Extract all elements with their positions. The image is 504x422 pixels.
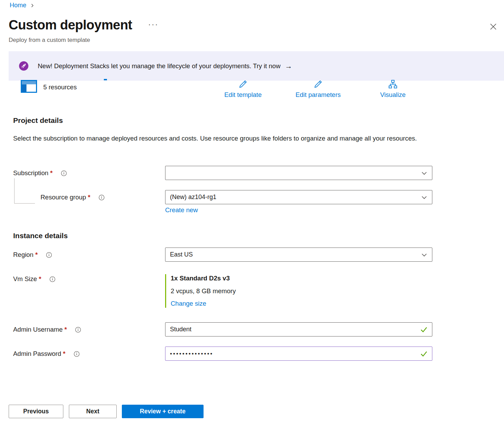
required-marker: *: [39, 275, 41, 283]
visualize-label: Visualize: [380, 91, 406, 99]
template-icon: [21, 80, 37, 94]
chevron-down-icon: [421, 170, 427, 178]
region-label-group: Region *: [13, 251, 52, 259]
admin-password-input[interactable]: [165, 347, 420, 360]
admin-password-label-group: Admin Password *: [13, 350, 80, 358]
subscription-resource-group-connector: [14, 178, 35, 204]
subscription-dropdown[interactable]: [165, 166, 432, 180]
resource-group-label: Resource group: [40, 194, 86, 201]
project-details-heading: Project details: [13, 116, 63, 125]
vm-size-summary: 1x Standard D2s v3 2 vcpus, 8 GB memory …: [165, 274, 236, 308]
pencil-icon: [238, 79, 248, 91]
required-marker: *: [64, 326, 67, 333]
banner-message[interactable]: New! Deployment Stacks let you manage th…: [38, 62, 280, 70]
more-options-button[interactable]: ···: [148, 19, 159, 29]
required-marker: *: [35, 251, 38, 259]
vm-size-label: Vm Size: [13, 275, 37, 283]
required-marker: *: [88, 194, 90, 201]
required-marker: *: [63, 350, 65, 358]
breadcrumb: Home: [10, 2, 35, 9]
change-size-link[interactable]: Change size: [171, 299, 206, 308]
pencil-icon: [313, 79, 323, 91]
chevron-right-icon: [30, 3, 35, 8]
admin-password-field-wrap: [165, 347, 432, 361]
region-value: East US: [170, 251, 193, 258]
chevron-down-icon: [421, 252, 427, 259]
create-new-link[interactable]: Create new: [165, 206, 198, 214]
info-icon[interactable]: [75, 327, 81, 333]
admin-username-input[interactable]: [165, 323, 420, 336]
edit-parameters-link[interactable]: Edit parameters: [284, 79, 353, 99]
project-details-description: Select the subscription to manage deploy…: [13, 133, 425, 144]
valid-check-icon: [420, 350, 428, 358]
resource-group-label-group: Resource group *: [40, 194, 105, 201]
valid-check-icon: [420, 325, 428, 333]
subscription-label: Subscription: [13, 169, 48, 177]
info-icon[interactable]: [61, 170, 67, 176]
arrow-right-icon[interactable]: →: [285, 62, 292, 70]
edit-template-link[interactable]: Edit template: [208, 79, 278, 99]
page-header: Custom deployment ···: [9, 17, 159, 33]
info-icon[interactable]: [99, 195, 105, 200]
resource-group-value: (New) az104-rg1: [170, 194, 216, 201]
instance-details-heading: Instance details: [13, 232, 68, 240]
info-icon[interactable]: [74, 351, 80, 357]
edit-template-label: Edit template: [224, 91, 262, 99]
chevron-down-icon: [421, 195, 427, 202]
resource-count: 5 resources: [43, 83, 77, 91]
region-label: Region: [13, 251, 34, 259]
org-chart-icon: [388, 79, 398, 91]
edit-parameters-label: Edit parameters: [296, 91, 341, 99]
vm-size-value: 1x Standard D2s v3: [171, 274, 236, 282]
info-icon[interactable]: [46, 252, 52, 258]
review-create-button[interactable]: Review + create: [122, 405, 204, 418]
page-title: Custom deployment: [9, 17, 132, 33]
vm-size-label-group: Vm Size *: [13, 275, 55, 283]
page-subtitle: Deploy from a custom template: [9, 37, 90, 44]
close-button[interactable]: [488, 21, 498, 33]
close-icon: [489, 26, 497, 32]
admin-username-label: Admin Username: [13, 326, 63, 333]
deployment-stacks-banner: New! Deployment Stacks let you manage th…: [9, 51, 504, 81]
visualize-link[interactable]: Visualize: [358, 79, 428, 99]
rocket-icon: [19, 61, 28, 71]
admin-password-label: Admin Password: [13, 350, 61, 358]
vm-size-specs: 2 vcpus, 8 GB memory: [171, 287, 236, 295]
resource-group-dropdown[interactable]: (New) az104-rg1: [165, 190, 432, 204]
breadcrumb-home-link[interactable]: Home: [10, 2, 26, 9]
required-marker: *: [50, 169, 53, 177]
previous-button[interactable]: Previous: [9, 405, 63, 418]
admin-username-label-group: Admin Username *: [13, 326, 81, 333]
admin-username-field-wrap: [165, 322, 432, 336]
region-dropdown[interactable]: East US: [165, 248, 432, 262]
next-button[interactable]: Next: [69, 405, 117, 418]
truncated-link-fragment: [104, 79, 107, 80]
info-icon[interactable]: [50, 276, 55, 282]
subscription-label-group: Subscription *: [13, 169, 67, 177]
